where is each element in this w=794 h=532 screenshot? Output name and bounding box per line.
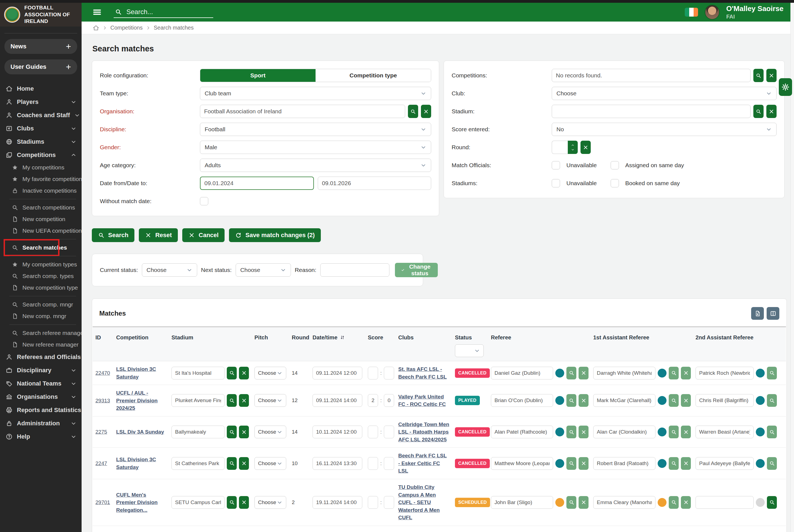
stadium-clear-button[interactable]	[239, 367, 249, 379]
chevron-up-icon[interactable]	[571, 144, 575, 147]
gender-select[interactable]: Male	[200, 141, 431, 154]
assistant1-search-button[interactable]	[669, 394, 679, 407]
sidebar-item-disciplinary[interactable]: Disciplinary	[0, 364, 81, 377]
referee-clear-button[interactable]	[578, 457, 589, 470]
team-type-select[interactable]: Club team	[200, 87, 431, 100]
stadiums-booked-same-day-checkbox[interactable]	[611, 179, 619, 187]
change-status-button[interactable]: Change status	[395, 263, 438, 277]
sidebar-item-clubs[interactable]: Clubs	[0, 122, 81, 135]
breadcrumb-competitions[interactable]: Competitions	[110, 24, 143, 31]
user-name[interactable]: O'Malley Saoirse	[726, 4, 783, 13]
assistant1-input[interactable]	[593, 367, 655, 379]
score-away-input[interactable]	[384, 496, 394, 509]
score-away-input[interactable]	[384, 457, 394, 470]
role-sport-tab[interactable]: Sport	[200, 69, 316, 82]
assistant1-clear-button[interactable]	[681, 457, 691, 470]
stadium-clear-button[interactable]	[239, 394, 249, 407]
next-status-select[interactable]: Choose	[236, 263, 291, 277]
sidebar-item-help[interactable]: Help	[0, 430, 81, 443]
clubs-link[interactable]: TU Dublin City Campus A Men CUFL - SETU …	[398, 483, 449, 521]
assistant1-input[interactable]	[593, 394, 655, 407]
column-header-assistant2[interactable]: 2nd Assistant Referee	[693, 331, 786, 341]
settings-fly-out-tab[interactable]	[779, 78, 792, 96]
stadium-input[interactable]	[552, 105, 751, 118]
score-entered-select[interactable]: No	[552, 123, 777, 136]
stadium-input[interactable]	[171, 425, 225, 438]
referee-clear-button[interactable]	[578, 425, 589, 438]
user-guides-button[interactable]: User Guides +	[4, 59, 77, 74]
column-header-clubs[interactable]: Clubs	[395, 331, 452, 341]
assistant2-input[interactable]	[696, 457, 754, 470]
referee-input[interactable]	[491, 425, 553, 438]
competition-link[interactable]: LSL Division 3C Saturday	[116, 365, 166, 381]
assistant2-search-button[interactable]	[767, 367, 777, 379]
sidebar-item-national-teams[interactable]: National Teams	[0, 377, 81, 390]
assistant1-search-button[interactable]	[669, 367, 679, 379]
without-match-date-checkbox[interactable]	[200, 197, 208, 205]
score-home-input[interactable]	[368, 367, 378, 379]
assistant1-search-button[interactable]	[669, 425, 679, 438]
pitch-select[interactable]: Choose	[255, 496, 286, 509]
sidebar-item-new-comp-mngr[interactable]: New comp. mngr	[0, 310, 81, 322]
score-away-input[interactable]	[384, 394, 394, 407]
assistant1-search-button[interactable]	[669, 457, 679, 470]
age-category-select[interactable]: Adults	[200, 159, 431, 172]
competitions-search-button[interactable]	[753, 69, 763, 82]
save-match-changes-button[interactable]: Save match changes (2)	[229, 228, 321, 242]
assistant1-input[interactable]	[593, 425, 655, 438]
referee-input[interactable]	[491, 457, 553, 470]
pitch-select[interactable]: Choose	[255, 394, 286, 407]
round-clear-button[interactable]	[580, 141, 591, 154]
search-button[interactable]: Search	[92, 228, 134, 242]
sidebar-item-search-matches[interactable]: Search matches	[0, 242, 81, 253]
global-search-input[interactable]	[126, 8, 212, 16]
date-to-input[interactable]	[318, 176, 431, 190]
sidebar-item-stadiums[interactable]: Stadiums	[0, 135, 81, 148]
assistant1-clear-button[interactable]	[681, 367, 691, 379]
referee-input[interactable]	[491, 367, 553, 379]
officials-unavailable-checkbox[interactable]	[552, 161, 560, 169]
stadium-clear-button[interactable]	[239, 457, 249, 470]
assistant1-input[interactable]	[593, 496, 655, 509]
clubs-link[interactable]: Celbridge Town Men LSL - Ratoath Harps A…	[398, 421, 449, 443]
score-home-input[interactable]	[368, 457, 378, 470]
stadium-search-button[interactable]	[227, 394, 237, 407]
referee-search-button[interactable]	[567, 394, 576, 407]
competition-link[interactable]: LSL Div 3A Sunday	[116, 428, 164, 436]
pitch-select[interactable]: Choose	[255, 425, 286, 438]
role-competition-type-tab[interactable]: Competition type	[316, 69, 431, 82]
organisation-search-button[interactable]	[408, 105, 418, 118]
competitions-input[interactable]	[552, 69, 751, 82]
sort-icon[interactable]	[339, 335, 345, 340]
breadcrumb-search-matches[interactable]: Search matches	[154, 24, 194, 31]
app-logo[interactable]: FOOTBALL ASSOCIATION OF IRELAND	[0, 3, 81, 26]
stadium-input[interactable]	[171, 394, 225, 407]
round-input[interactable]	[552, 141, 568, 154]
assistant2-input[interactable]	[696, 425, 754, 438]
assistant2-input[interactable]	[696, 394, 754, 407]
status-header-label[interactable]: Status	[455, 334, 472, 341]
sidebar-item-search-comp-mngr[interactable]: Search comp. mngr	[0, 299, 81, 310]
status-filter-select[interactable]	[455, 344, 484, 357]
stadium-search-button[interactable]	[753, 105, 763, 118]
score-away-input[interactable]	[384, 367, 394, 379]
assistant1-input[interactable]	[593, 457, 655, 470]
match-id-link[interactable]: 29313	[95, 397, 110, 404]
assistant2-search-button[interactable]	[767, 425, 777, 438]
referee-clear-button[interactable]	[578, 394, 589, 407]
reset-button[interactable]: Reset	[139, 228, 178, 242]
referee-clear-button[interactable]	[578, 496, 589, 509]
match-id-link[interactable]: 2247	[95, 460, 107, 467]
sidebar-item-competitions[interactable]: Competitions	[0, 148, 81, 162]
stadium-clear-button[interactable]	[239, 425, 249, 438]
menu-icon[interactable]	[92, 7, 102, 17]
assistant1-clear-button[interactable]	[681, 496, 691, 509]
datetime-input[interactable]	[313, 367, 362, 379]
referee-input[interactable]	[491, 496, 553, 509]
discipline-select[interactable]: Football	[200, 123, 431, 136]
home-icon[interactable]	[93, 24, 99, 31]
competitions-clear-button[interactable]	[767, 69, 777, 82]
assistant2-search-button[interactable]	[767, 496, 777, 509]
datetime-input[interactable]	[313, 394, 362, 407]
competition-link[interactable]: CUFL Men's Premier Division Relegation..…	[116, 491, 166, 514]
